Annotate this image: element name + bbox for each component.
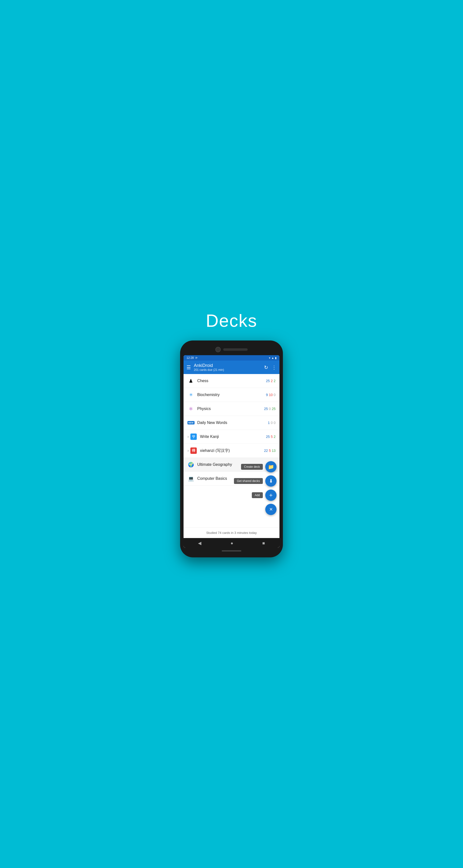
status-bar: 12:28 ⟳ ▾ ▲ ▮ <box>184 355 279 361</box>
deck-name-xiehanzi: xiehanzi (写汉字) <box>200 448 264 453</box>
expand-write-kanji[interactable]: › <box>187 434 189 439</box>
add-tooltip: Add <box>252 492 263 498</box>
add-fab-row: Add + <box>234 490 277 501</box>
physics-icon: ⚛ <box>187 405 194 412</box>
close-fab-row: ✕ <box>234 504 277 515</box>
learn-count: 0 <box>271 421 273 425</box>
add-fab-button[interactable]: + <box>265 490 277 501</box>
expand-xiehanzi[interactable]: › <box>187 448 189 453</box>
deck-name-biochemistry: Biochemistry <box>197 393 266 397</box>
new-count: 22 <box>264 449 268 453</box>
due-count: 13 <box>272 449 276 453</box>
phone-bottom-bar <box>184 548 279 553</box>
deck-name-physics: Physics <box>197 407 264 411</box>
speaker <box>223 348 248 351</box>
ultimate-geography-icon: 🌍 <box>187 461 194 468</box>
new-count: 25 <box>264 407 268 411</box>
deck-counts-biochemistry: 9 10 0 <box>266 393 276 397</box>
learn-count: 5 <box>271 435 273 439</box>
fab-container: Create deck 📁 Get shared decks ⬇ Add + ✕ <box>234 461 277 515</box>
xiehanzi-icon: 得 <box>190 447 197 454</box>
deck-counts-chess: 25 2 2 <box>266 379 276 383</box>
hamburger-menu-button[interactable]: ☰ <box>186 365 191 370</box>
due-count: 25 <box>272 407 276 411</box>
deck-counts-write-kanji: 25 5 2 <box>266 435 276 439</box>
deck-counts-xiehanzi: 22 5 13 <box>264 449 276 453</box>
page-title: Decks <box>206 311 257 331</box>
camera <box>215 347 221 352</box>
deck-item-xiehanzi[interactable]: › 得 xiehanzi (写汉字) 22 5 13 <box>184 444 279 458</box>
phone-screen: 12:28 ⟳ ▾ ▲ ▮ ☰ AnkiDroid 201 cards due … <box>184 355 279 548</box>
bottom-nav: ◀ ● ■ <box>184 538 279 548</box>
daily-new-words-icon: NEW <box>187 419 194 426</box>
study-footer: Studied 74 cards in 3 minutes today <box>184 527 279 538</box>
deck-counts-physics: 25 0 25 <box>264 407 276 411</box>
deck-item-write-kanji[interactable]: › サ Write Kanji 25 5 2 <box>184 430 279 444</box>
toolbar-title-area: AnkiDroid 201 cards due (21 min) <box>194 363 261 372</box>
app-toolbar: ☰ AnkiDroid 201 cards due (21 min) ↻ ⋮ <box>184 361 279 374</box>
deck-name-daily-new-words: Daily New Words <box>197 421 268 425</box>
signal-icon: ▲ <box>271 356 274 359</box>
create-deck-tooltip: Create deck <box>241 464 263 470</box>
deck-item-chess[interactable]: ♟ Chess 25 2 2 <box>184 374 279 388</box>
deck-item-biochemistry[interactable]: ✳ Biochemistry 9 10 0 <box>184 388 279 402</box>
write-kanji-icon: サ <box>190 433 197 440</box>
new-count: 25 <box>266 435 270 439</box>
deck-list: ♟ Chess 25 2 2 ✳ Biochemistry 9 10 0 <box>184 374 279 527</box>
deck-counts-daily-new-words: 1 0 0 <box>268 421 276 425</box>
biochemistry-icon: ✳ <box>187 392 194 398</box>
due-count: 0 <box>274 393 276 397</box>
time-display: 12:28 <box>186 356 194 360</box>
cards-due-subtitle: 201 cards due (21 min) <box>194 368 261 372</box>
get-shared-decks-fab-button[interactable]: ⬇ <box>265 475 277 487</box>
get-shared-decks-tooltip: Get shared decks <box>234 478 263 484</box>
home-nav-button[interactable]: ● <box>230 541 233 546</box>
bottom-indicator <box>222 550 241 552</box>
close-fab-button[interactable]: ✕ <box>265 504 277 515</box>
wifi-icon: ▾ <box>269 356 270 360</box>
more-options-button[interactable]: ⋮ <box>272 365 277 370</box>
phone-device: 12:28 ⟳ ▾ ▲ ▮ ☰ AnkiDroid 201 cards due … <box>180 340 283 557</box>
deck-name-chess: Chess <box>197 379 266 383</box>
due-count: 2 <box>274 435 276 439</box>
learn-count: 2 <box>271 379 273 383</box>
deck-item-physics[interactable]: ⚛ Physics 25 0 25 <box>184 402 279 416</box>
learn-count: 0 <box>269 407 271 411</box>
app-name: AnkiDroid <box>194 363 261 368</box>
learn-count: 5 <box>269 449 271 453</box>
create-deck-fab-button[interactable]: 📁 <box>265 461 277 472</box>
new-count: 25 <box>266 379 270 383</box>
deck-name-write-kanji: Write Kanji <box>200 434 266 439</box>
toolbar-icons: ↻ ⋮ <box>264 365 277 370</box>
new-count: 9 <box>266 393 268 397</box>
battery-icon: ▮ <box>275 356 277 360</box>
study-stats-text: Studied 74 cards in 3 minutes today <box>206 531 257 535</box>
deck-item-daily-new-words[interactable]: NEW Daily New Words 1 0 0 <box>184 416 279 430</box>
get-shared-decks-fab-row: Get shared decks ⬇ <box>234 475 277 487</box>
create-deck-fab-row: Create deck 📁 <box>234 461 277 472</box>
sync-button[interactable]: ↻ <box>264 365 268 370</box>
computer-basics-icon: 💻 <box>187 475 194 482</box>
recent-nav-button[interactable]: ■ <box>263 541 265 546</box>
new-count: 1 <box>268 421 270 425</box>
chess-icon: ♟ <box>187 377 194 384</box>
due-count: 2 <box>274 379 276 383</box>
learn-count: 10 <box>269 393 273 397</box>
back-nav-button[interactable]: ◀ <box>198 540 202 546</box>
sync-status-icon: ⟳ <box>195 356 197 360</box>
due-count: 0 <box>274 421 276 425</box>
